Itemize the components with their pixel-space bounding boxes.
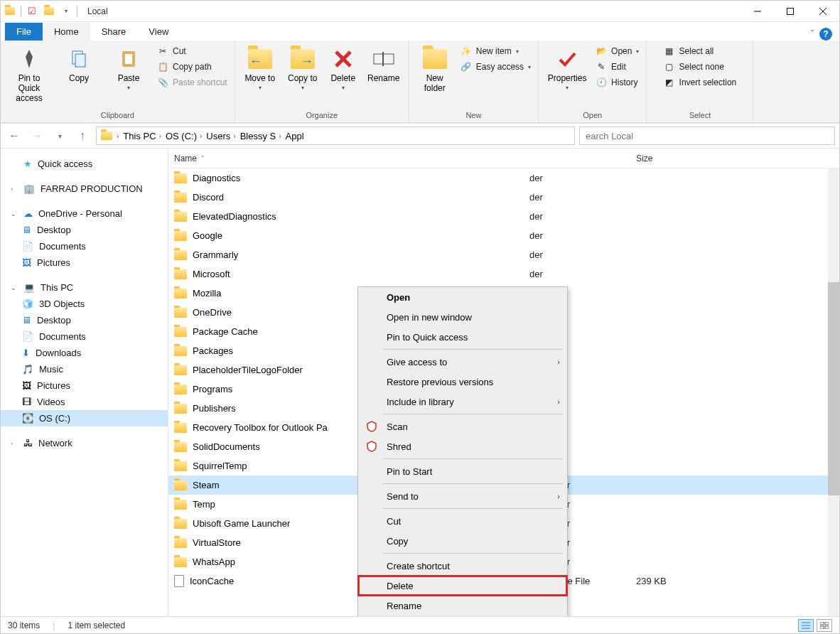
cm-cut[interactable]: Cut <box>358 511 567 531</box>
copy-path-button[interactable]: 📋Copy path <box>156 60 229 73</box>
tab-view[interactable]: View <box>137 23 180 41</box>
delete-button[interactable]: Delete▾ <box>326 43 360 91</box>
help-icon[interactable]: ? <box>819 28 832 41</box>
file-row[interactable]: ElevatedDiagnosticsder <box>168 207 839 226</box>
cm-copy[interactable]: Copy <box>358 531 567 551</box>
qat-dropdown-icon[interactable]: ▾ <box>60 5 72 18</box>
sidebar-onedrive[interactable]: ⌄☁OneDrive - Personal <box>1 205 168 222</box>
file-row[interactable]: Grammarlyder <box>168 245 839 264</box>
sidebar-pictures[interactable]: 🖼Pictures <box>1 377 168 394</box>
recent-dropdown-icon[interactable]: ▾ <box>50 127 69 145</box>
rename-button[interactable]: Rename <box>365 43 403 83</box>
paste-shortcut-button[interactable]: 📎Paste shortcut <box>156 76 229 89</box>
tab-share[interactable]: Share <box>90 23 138 41</box>
open-button[interactable]: 📂Open ▾ <box>594 45 640 58</box>
pin-quick-access-button[interactable]: Pin to Quick access <box>6 43 52 103</box>
minimize-button[interactable] <box>741 1 774 22</box>
sidebar-od-documents[interactable]: 📄Documents <box>1 238 168 254</box>
cm-pin-start[interactable]: Pin to Start <box>358 461 567 481</box>
sidebar-od-desktop[interactable]: 🖥Desktop <box>1 222 168 238</box>
cm-give-access[interactable]: Give access to› <box>358 352 567 372</box>
search-input[interactable]: earch Local <box>579 127 835 145</box>
back-button[interactable]: ← <box>5 127 23 145</box>
maximize-button[interactable] <box>774 1 807 22</box>
file-row[interactable]: Microsoftder <box>168 264 839 284</box>
properties-qat-icon[interactable]: ☑ <box>26 5 38 18</box>
newfolder-qat-icon[interactable] <box>43 5 55 18</box>
history-button[interactable]: 🕘History <box>594 76 640 89</box>
file-row[interactable]: Diagnosticsder <box>168 168 839 188</box>
scrollbar-thumb[interactable] <box>828 282 839 495</box>
properties-check-icon <box>554 46 580 72</box>
cm-include-library[interactable]: Include in library› <box>358 392 567 412</box>
sidebar-videos[interactable]: 🎞Videos <box>1 394 168 410</box>
details-view-button[interactable] <box>798 619 814 632</box>
tab-file[interactable]: File <box>5 23 43 41</box>
selectnone-icon: ▢ <box>664 61 675 72</box>
tab-home[interactable]: Home <box>43 23 90 41</box>
sidebar-music[interactable]: 🎵Music <box>1 361 168 377</box>
icons-view-button[interactable] <box>817 619 832 632</box>
close-button[interactable] <box>807 1 839 22</box>
grid-icon <box>820 622 829 629</box>
folder-icon <box>174 308 187 318</box>
cm-scan[interactable]: Scan <box>358 417 567 436</box>
cm-open[interactable]: Open <box>358 287 567 307</box>
cm-create-shortcut[interactable]: Create shortcut <box>358 556 567 576</box>
sidebar-farrad[interactable]: ›🏢FARRAD PRODUCTION <box>1 181 168 197</box>
up-button[interactable]: ↑ <box>73 127 92 145</box>
address-bar[interactable]: › This PC› OS (C:)› Users› Blessy S› App… <box>96 127 575 145</box>
open-group-label: Open <box>583 109 602 122</box>
cm-delete[interactable]: Delete <box>358 576 567 596</box>
cm-pin-quick[interactable]: Pin to Quick access <box>358 327 567 347</box>
copy-to-button[interactable]: → Copy to▾ <box>284 43 322 91</box>
moveto-label: Move to <box>244 73 275 83</box>
chevron-right-icon[interactable]: › <box>117 132 119 140</box>
organize-group-label: Organize <box>306 109 338 122</box>
cm-rename[interactable]: Rename <box>358 596 567 616</box>
crumb-0[interactable]: This PC› <box>123 131 161 141</box>
crumb-2[interactable]: Users› <box>206 131 235 141</box>
cm-open-new-window[interactable]: Open in new window <box>358 307 567 327</box>
sidebar-downloads[interactable]: ⬇Downloads <box>1 345 168 361</box>
cut-button[interactable]: ✂Cut <box>156 45 229 58</box>
sidebar-os-c[interactable]: 💽OS (C:) <box>1 410 168 426</box>
new-folder-button[interactable]: New folder <box>415 43 455 93</box>
properties-button[interactable]: Properties▾ <box>544 43 590 91</box>
edit-button[interactable]: ✎Edit <box>594 60 640 73</box>
cm-shred[interactable]: Shred <box>358 436 567 456</box>
sidebar-this-pc[interactable]: ⌄💻This PC <box>1 279 168 296</box>
clipboard-group-label: Clipboard <box>101 109 134 122</box>
forward-button[interactable]: → <box>28 127 46 145</box>
folder-icon <box>174 442 187 452</box>
sidebar-network[interactable]: ›🖧Network <box>1 435 168 451</box>
invert-selection-button[interactable]: ◩Invert selection <box>662 76 738 89</box>
easy-access-button[interactable]: 🔗Easy access ▾ <box>459 60 532 73</box>
copy-button[interactable]: Copy <box>56 43 102 83</box>
column-size[interactable]: Size <box>636 154 839 163</box>
sidebar-od-pictures[interactable]: 🖼Pictures <box>1 254 168 271</box>
select-all-button[interactable]: ▦Select all <box>662 45 738 58</box>
collapse-ribbon-icon[interactable]: ˇ <box>811 29 814 39</box>
sidebar-desktop[interactable]: 🖥Desktop <box>1 312 168 328</box>
select-none-button[interactable]: ▢Select none <box>662 60 738 73</box>
nav-pane[interactable]: ★Quick access ›🏢FARRAD PRODUCTION ⌄☁OneD… <box>1 149 168 616</box>
new-item-button[interactable]: ✨New item ▾ <box>459 45 532 58</box>
move-to-button[interactable]: ← Move to▾ <box>241 43 279 91</box>
sidebar-3dobjects[interactable]: 🧊3D Objects <box>1 296 168 312</box>
column-name[interactable]: Name ˄ <box>174 154 409 163</box>
file-row[interactable]: Googleder <box>168 226 839 245</box>
cm-send-to[interactable]: Send to› <box>358 486 567 506</box>
crumb-3[interactable]: Blessy S› <box>240 131 281 141</box>
paste-button[interactable]: Paste ▾ <box>106 43 151 91</box>
sidebar-quick-access[interactable]: ★Quick access <box>1 156 168 172</box>
file-row[interactable]: Discordder <box>168 188 839 207</box>
cm-restore-versions[interactable]: Restore previous versions <box>358 372 567 392</box>
sidebar-documents[interactable]: 📄Documents <box>1 328 168 345</box>
scrollbar-track[interactable] <box>828 168 839 616</box>
paste-icon <box>116 46 141 72</box>
crumb-1[interactable]: OS (C:)› <box>166 131 202 141</box>
crumb-4[interactable]: Appl <box>286 131 304 141</box>
column-headers[interactable]: Name ˄ Size <box>168 149 839 168</box>
folder-icon <box>174 423 187 433</box>
